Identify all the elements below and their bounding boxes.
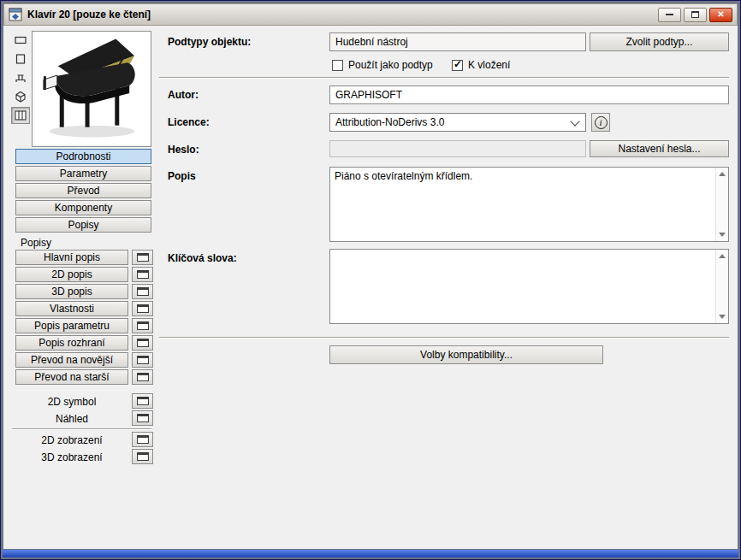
script-button-2d-popis[interactable]: 2D popis [15, 267, 128, 282]
maximize-button[interactable] [684, 8, 707, 22]
open-window-2d-zobrazeni[interactable] [132, 432, 153, 447]
tool-button-symbol[interactable] [11, 50, 30, 68]
window-icon [137, 270, 149, 279]
description-textarea[interactable]: Piáno s otevíratelným křídlem. [330, 168, 715, 241]
window-icon [137, 339, 149, 347]
sidebar-divider [12, 428, 151, 430]
script-button-3d-popis[interactable]: 3D popis [15, 284, 128, 299]
label-author: Autor: [168, 89, 199, 101]
open-window-prevod-starsi[interactable] [132, 369, 153, 385]
label-nahled: Náhled [15, 413, 128, 425]
window-icon [137, 435, 149, 444]
client-area: Podrobnosti Parametry Převod Komponenty … [3, 26, 738, 549]
open-window-popis-rozhrani[interactable] [132, 335, 153, 351]
license-value: Attribution-NoDerivs 3.0 [335, 116, 572, 128]
open-window-vlastnosti[interactable] [132, 301, 153, 316]
minimize-button[interactable] [658, 8, 681, 22]
scroll-down-icon[interactable] [716, 311, 728, 322]
tool-button-3d[interactable] [11, 88, 30, 105]
maximize-icon [691, 11, 699, 18]
password-field [329, 140, 586, 157]
open-window-hlavni-popis[interactable] [132, 250, 153, 265]
scripts-section-heading: Popisy [21, 237, 51, 249]
password-settings-button[interactable]: Nastavení hesla... [590, 140, 729, 157]
window-icon [137, 373, 149, 381]
open-window-prevod-novejsi[interactable] [132, 352, 153, 368]
license-info-button[interactable]: i [591, 113, 610, 132]
tool-button-script[interactable] [11, 107, 30, 124]
placeable-label: K vložení [468, 59, 510, 71]
keywords-area [329, 249, 729, 324]
script-button-popis-parametru[interactable]: Popis parametru [15, 318, 128, 333]
tab-popisy[interactable]: Popisy [15, 217, 151, 233]
label-license: Licence: [168, 116, 210, 128]
script-button-prevod-starsi[interactable]: Převod na starší [15, 369, 128, 385]
tab-parametry[interactable]: Parametry [15, 166, 151, 181]
tab-komponenty[interactable]: Komponenty [15, 200, 151, 215]
tool-button-stamp[interactable] [11, 69, 30, 86]
use-as-subtype-checkbox[interactable] [332, 60, 343, 71]
window-icon [137, 287, 149, 296]
description-area: Piáno s otevíratelným křídlem. [329, 167, 729, 242]
chevron-down-icon [570, 116, 579, 126]
close-button[interactable]: ✕ [709, 8, 732, 22]
piano-image [33, 32, 151, 147]
window-controls: ✕ [658, 8, 732, 22]
open-window-nahled[interactable] [132, 410, 153, 426]
label-2d-symbol: 2D symbol [15, 396, 128, 408]
use-as-subtype-label: Použít jako podtyp [348, 59, 433, 71]
divider [159, 337, 729, 339]
scroll-up-icon[interactable] [716, 168, 728, 180]
open-window-popis-parametru[interactable] [132, 318, 153, 333]
divider [159, 77, 729, 79]
window-icon [137, 356, 149, 364]
choose-subtype-button[interactable]: Zvolit podtyp... [590, 32, 729, 51]
compatibility-options-button[interactable]: Volby kompatibility... [329, 345, 603, 364]
rect-icon [13, 32, 28, 48]
open-window-2d-popis[interactable] [132, 267, 153, 282]
window-icon [137, 397, 149, 405]
open-window-2d-symbol[interactable] [132, 393, 153, 409]
author-field[interactable] [329, 85, 729, 104]
square-icon [13, 51, 28, 67]
titlebar[interactable]: Klavír 20 [pouze ke čtení] ✕ [3, 3, 738, 26]
close-icon: ✕ [717, 10, 724, 19]
keywords-textarea[interactable] [330, 250, 715, 323]
window-icon [137, 452, 149, 461]
tab-podrobnosti[interactable]: Podrobnosti [15, 149, 151, 164]
tool-button-fragment[interactable] [11, 32, 30, 49]
placeable-checkbox[interactable] [452, 60, 463, 71]
scroll-down-icon[interactable] [716, 229, 728, 240]
script-button-hlavni-popis[interactable]: Hlavní popis [15, 250, 128, 265]
open-window-3d-zobrazeni[interactable] [132, 449, 153, 464]
use-as-subtype-option: Použít jako podtyp [332, 58, 433, 72]
object-preview [32, 31, 151, 147]
open-window-3d-popis[interactable] [132, 284, 153, 299]
tab-prevod[interactable]: Převod [15, 183, 151, 198]
label-description: Popis [168, 170, 196, 182]
app-icon [9, 8, 22, 21]
label-keywords: Klíčová slova: [168, 252, 237, 264]
description-scrollbar[interactable] [715, 168, 728, 241]
keywords-scrollbar[interactable] [715, 250, 728, 323]
window-icon [137, 321, 149, 330]
info-icon: i [595, 116, 608, 129]
minimize-icon [666, 14, 673, 15]
label-subtypes: Podtypy objektu: [168, 36, 251, 48]
window-icon [137, 414, 149, 422]
cube-icon [13, 89, 28, 104]
label-3d-zobrazeni: 3D zobrazení [15, 451, 128, 463]
script-button-vlastnosti[interactable]: Vlastnosti [15, 301, 128, 316]
label-2d-zobrazeni: 2D zobrazení [15, 434, 128, 446]
placeable-option: K vložení [452, 58, 510, 72]
subtype-field[interactable] [329, 32, 586, 51]
window-frame-bottom [3, 550, 738, 557]
script-button-popis-rozhrani[interactable]: Popis rozhraní [15, 335, 128, 351]
window-icon [137, 304, 149, 313]
label-password: Heslo: [168, 144, 199, 156]
window-title: Klavír 20 [pouze ke čtení] [27, 9, 658, 21]
scroll-up-icon[interactable] [716, 251, 728, 262]
script-button-prevod-novejsi[interactable]: Převod na novější [15, 352, 128, 368]
object-editor-window: Klavír 20 [pouze ke čtení] ✕ [0, 0, 741, 560]
license-dropdown[interactable]: Attribution-NoDerivs 3.0 [329, 113, 586, 132]
